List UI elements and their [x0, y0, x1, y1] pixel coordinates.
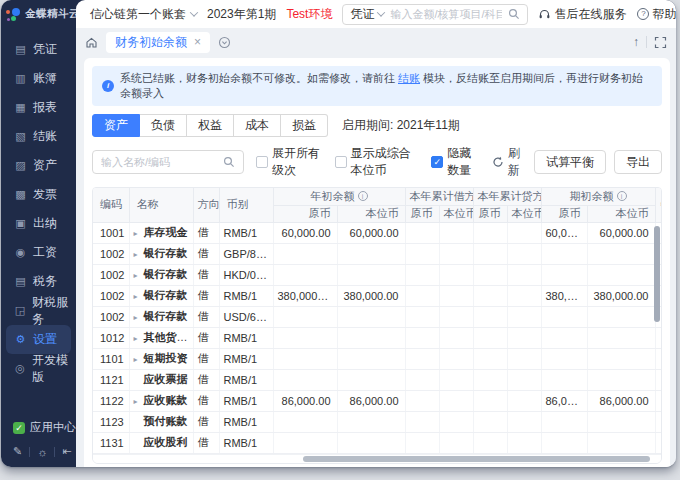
trial-balance-button[interactable]: 试算平衡 — [534, 150, 606, 174]
table-row[interactable]: 1002▸银行存款借USD/6.4593 — [93, 306, 662, 327]
info-icon[interactable]: i — [617, 191, 627, 201]
category-tab-0[interactable]: 资产 — [92, 114, 140, 137]
category-tab-4[interactable]: 损益 — [281, 114, 328, 137]
sidebar-item-ledger[interactable]: ▥账簿 — [1, 64, 76, 93]
table-row[interactable]: 1101▸短期投资借RMB/1 — [93, 348, 662, 369]
export-button[interactable]: 导出 — [614, 150, 662, 174]
cell-amount — [587, 327, 655, 348]
name-code-search-input[interactable] — [101, 156, 219, 168]
sidebar-item-voucher[interactable]: ▤凭证 — [1, 35, 76, 64]
table-row[interactable]: 1121应收票据借RMB/1 — [93, 369, 662, 390]
table-row[interactable]: 1002▸银行存款借RMB/1380,000.00380,000.00380,0… — [93, 285, 662, 306]
search-icon[interactable] — [508, 8, 520, 20]
account-name: 信心链第一个账套 — [90, 6, 186, 23]
cell-amount — [337, 264, 405, 285]
table-header: 编码名称方向币别年初余额i本年累计借方i本年累计贷方i期初余额i⚙原币本位币原币… — [93, 188, 662, 222]
theme-sun-icon[interactable]: ☼ — [37, 446, 47, 458]
closing-icon: ▧ — [14, 130, 27, 143]
scroll-top-icon[interactable]: ↑ — [633, 35, 639, 49]
table-row[interactable]: 1002▸银行存款借GBP/8.8247 — [93, 243, 662, 264]
close-icon[interactable]: × — [194, 35, 201, 49]
sidebar-item-closing[interactable]: ▧结账 — [1, 122, 76, 151]
help-link[interactable]: ? 帮助 — [637, 6, 676, 23]
cell-amount — [439, 432, 473, 453]
cell-amount — [273, 306, 337, 327]
table-row[interactable]: 1131应收股利借RMB/1 — [93, 432, 662, 453]
expand-icon[interactable]: ▸ — [134, 334, 141, 343]
app-window: 金蝶精斗云 信心链第一个账套 2023年第1期 Test环境 凭证 售后在线服 — [1, 0, 676, 467]
cell-amount — [473, 264, 507, 285]
subcol-base: 本位币 — [587, 205, 655, 222]
account-switcher[interactable]: 信心链第一个账套 — [90, 6, 197, 23]
tab-initial-balance[interactable]: 财务初始余额 × — [106, 32, 210, 53]
checkbox-hide-quantity[interactable]: 隐藏数量 — [431, 145, 479, 179]
table-row[interactable]: 1001▸库存现金借RMB/160,000.0060,000.0060,000.… — [93, 222, 662, 243]
closing-module-link[interactable]: 结账 — [398, 72, 420, 84]
recent-tabs-icon[interactable] — [218, 36, 231, 49]
info-icon[interactable]: i — [358, 191, 368, 201]
checkbox-show-combined-base-currency[interactable]: 显示成综合本位币 — [335, 145, 420, 179]
chevron-down-icon — [190, 8, 198, 16]
after-sales-service-link[interactable]: 售后在线服务 — [538, 6, 626, 23]
table-row[interactable]: 1122▸应收账款借RMB/186,000.0086,000.0086,000.… — [93, 390, 662, 411]
sidebar-item-tax-service[interactable]: ◲财税服务 — [1, 296, 76, 325]
cell-amount — [587, 369, 655, 390]
enable-period-label: 启用期间: 2021年11期 — [342, 117, 460, 134]
cell-name: ▸银行存款 — [129, 243, 193, 264]
sidebar-item-label: 资产 — [33, 157, 57, 174]
cell-currency: GBP/8.8247 — [219, 243, 273, 264]
table-row[interactable]: 1123预付账款借RMB/1 — [93, 411, 662, 432]
table-row[interactable]: 1002▸银行存款借HKD/0.8298 — [93, 264, 662, 285]
category-tab-2[interactable]: 权益 — [187, 114, 234, 137]
expand-icon[interactable]: ▸ — [134, 397, 141, 406]
voucher-type-dropdown[interactable]: 凭证 — [350, 6, 384, 23]
cell-amount — [439, 390, 473, 411]
expand-icon[interactable]: ▸ — [134, 229, 141, 238]
cell-amount — [337, 411, 405, 432]
topbar-main: 信心链第一个账套 2023年第1期 Test环境 凭证 售后在线服务 ? — [76, 0, 676, 28]
cell-amount — [273, 432, 337, 453]
sidebar-item-asset[interactable]: ▨资产 — [1, 151, 76, 180]
refresh-button[interactable]: 刷新 — [492, 145, 522, 179]
divider — [29, 447, 30, 457]
fullscreen-icon[interactable] — [654, 36, 667, 49]
column-settings-gear-icon[interactable]: ⚙ — [655, 188, 662, 222]
cell-amount — [541, 348, 587, 369]
cell-amount — [405, 348, 439, 369]
dev-template-icon: ◎ — [14, 362, 26, 375]
cell-direction: 借 — [193, 306, 219, 327]
home-icon[interactable] — [85, 36, 98, 49]
expand-icon[interactable]: ▸ — [134, 292, 141, 301]
cell-amount — [439, 264, 473, 285]
edit-pencil-icon[interactable]: ✎ — [13, 445, 22, 458]
sidebar-item-settings[interactable]: ⚙设置 — [6, 325, 71, 354]
sidebar-item-payroll[interactable]: ◉工资 — [1, 238, 76, 267]
expand-icon[interactable]: ▸ — [134, 355, 141, 364]
vertical-scrollbar-thumb[interactable] — [654, 226, 660, 322]
cell-amount — [337, 369, 405, 390]
cell-amount — [473, 411, 507, 432]
sidebar-item-invoice[interactable]: ▩发票 — [1, 180, 76, 209]
sidebar-item-dev-template[interactable]: ◎开发模版 — [1, 354, 76, 383]
collapse-sidebar-icon[interactable]: ⇤ — [62, 445, 71, 458]
expand-icon[interactable]: ▸ — [134, 271, 141, 280]
cell-currency: HKD/0.8298 — [219, 264, 273, 285]
cell-amount — [405, 390, 439, 411]
expand-icon[interactable]: ▸ — [134, 250, 141, 259]
table-row[interactable]: 1012▸其他货币资金借RMB/1 — [93, 327, 662, 348]
sidebar-item-cashier[interactable]: ▣出纳 — [1, 209, 76, 238]
sidebar-item-tax[interactable]: ▤税务 — [1, 267, 76, 296]
category-tab-1[interactable]: 负债 — [140, 114, 187, 137]
col-group-label: 期初余额 — [570, 190, 614, 202]
cell-amount — [507, 222, 541, 243]
checkbox-expand-levels[interactable]: 展开所有级次 — [256, 145, 323, 179]
expand-icon[interactable]: ▸ — [134, 313, 141, 322]
app-center-button[interactable]: ✓ 应用中心 — [13, 420, 76, 435]
global-search-input[interactable] — [390, 8, 502, 20]
sidebar-item-report[interactable]: ▦报表 — [1, 93, 76, 122]
category-tab-3[interactable]: 成本 — [234, 114, 281, 137]
search-icon[interactable] — [223, 156, 235, 168]
horizontal-scrollbar-thumb[interactable] — [303, 456, 649, 462]
cell-amount — [587, 264, 655, 285]
cell-code: 1002 — [93, 285, 129, 306]
